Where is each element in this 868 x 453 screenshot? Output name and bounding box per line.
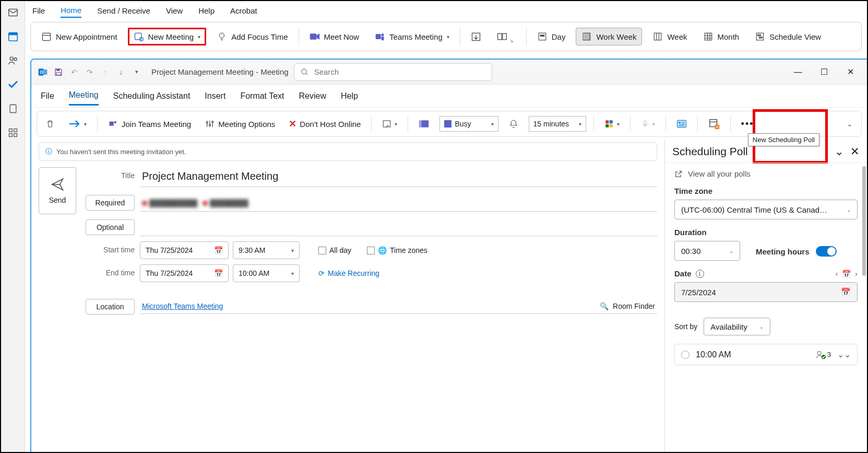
collapse-icon[interactable]: ⌄ bbox=[835, 145, 844, 158]
meeting-options-button[interactable]: Meeting Options bbox=[201, 117, 278, 131]
week-view-button[interactable]: Week bbox=[647, 28, 692, 45]
work-week-view-button[interactable]: Work Week bbox=[576, 28, 642, 45]
down-arrow-icon[interactable]: ↓ bbox=[116, 67, 126, 77]
next-days-button[interactable]: ↘ bbox=[492, 28, 521, 45]
day-view-button[interactable]: Day bbox=[532, 28, 571, 45]
room-finder-button[interactable]: 🔍Room Finder bbox=[600, 302, 655, 310]
menu-acrobat[interactable]: Acrobat bbox=[230, 4, 257, 17]
scrollbar[interactable] bbox=[862, 166, 866, 276]
immersive-reader-button[interactable] bbox=[673, 117, 690, 131]
mail-icon[interactable] bbox=[7, 6, 19, 19]
all-day-checkbox[interactable]: All day bbox=[318, 246, 351, 254]
join-teams-button[interactable]: Join Teams Meeting bbox=[105, 117, 194, 131]
location-value[interactable]: Microsoft Teams Meeting bbox=[142, 302, 223, 310]
today-button[interactable] bbox=[466, 28, 486, 45]
optional-button[interactable]: Optional bbox=[86, 219, 135, 235]
redo-icon[interactable]: ↷ bbox=[85, 67, 95, 77]
attendee-chip[interactable]: ██████████ bbox=[142, 199, 197, 207]
show-as-icon[interactable] bbox=[415, 118, 432, 130]
svg-rect-36 bbox=[758, 34, 761, 36]
people-icon[interactable] bbox=[7, 54, 19, 67]
start-time-picker[interactable]: 9:30 AM▾ bbox=[233, 241, 300, 259]
menu-file[interactable]: File bbox=[32, 4, 45, 17]
dictate-button[interactable]: ▾ bbox=[638, 117, 658, 131]
send-button[interactable]: Send bbox=[39, 167, 76, 214]
tab-meeting[interactable]: Meeting bbox=[69, 86, 99, 106]
month-view-button[interactable]: Month bbox=[698, 28, 745, 45]
menu-send-receive[interactable]: Send / Receive bbox=[97, 4, 150, 17]
todo-icon[interactable] bbox=[7, 78, 19, 91]
delete-button[interactable] bbox=[42, 117, 58, 131]
tab-format-text[interactable]: Format Text bbox=[240, 87, 284, 105]
tab-review[interactable]: Review bbox=[299, 87, 326, 105]
duration-select[interactable]: 00:30⌄ bbox=[674, 241, 740, 261]
expand-icon[interactable]: ⌄⌄ bbox=[837, 350, 851, 359]
forward-button[interactable]: ▾ bbox=[65, 118, 90, 130]
duration-label: Duration bbox=[674, 228, 740, 237]
join-teams-label: Join Teams Meeting bbox=[122, 120, 191, 129]
view-all-polls-link[interactable]: View all your polls bbox=[674, 169, 858, 178]
apps-icon[interactable] bbox=[7, 126, 19, 139]
save-icon[interactable] bbox=[53, 67, 64, 77]
time-slot[interactable]: 10:00 AM 3 ⌄⌄ bbox=[674, 344, 858, 365]
svg-point-53 bbox=[212, 121, 213, 123]
dont-host-label: Don't Host Online bbox=[300, 120, 361, 129]
add-focus-time-button[interactable]: Add Focus Time bbox=[211, 28, 293, 45]
customize-qat-icon[interactable]: ▾ bbox=[132, 67, 142, 77]
reminder-icon-button[interactable] bbox=[506, 117, 521, 131]
show-as-select[interactable]: Busy▾ bbox=[439, 116, 498, 132]
meet-now-button[interactable]: Meet Now bbox=[304, 28, 365, 45]
close-button[interactable]: ✕ bbox=[840, 64, 861, 80]
end-time-picker[interactable]: 10:00 AM▾ bbox=[233, 264, 300, 282]
radio-icon[interactable] bbox=[681, 351, 689, 359]
categorize-button[interactable]: ▾ bbox=[601, 117, 623, 131]
make-recurring-link[interactable]: ⟳Make Recurring bbox=[318, 269, 379, 277]
location-button[interactable]: Location bbox=[86, 299, 135, 315]
home-ribbon: New Appointment New Meeting ▾ Add Focus … bbox=[30, 22, 862, 51]
appointment-button[interactable]: ▾ bbox=[379, 117, 400, 131]
collapse-ribbon-button[interactable]: ⌄ bbox=[843, 118, 856, 130]
next-date-button[interactable]: › bbox=[855, 270, 858, 278]
reminder-select[interactable]: 15 minutes▾ bbox=[529, 116, 586, 132]
close-icon[interactable]: ✕ bbox=[850, 145, 860, 158]
undo-icon[interactable]: ↶ bbox=[69, 67, 79, 77]
menu-home[interactable]: Home bbox=[61, 4, 81, 18]
meeting-hours-toggle[interactable] bbox=[816, 246, 837, 257]
start-date-picker[interactable]: Thu 7/25/2024📅 bbox=[140, 241, 229, 259]
notes-icon[interactable] bbox=[7, 102, 19, 115]
more-button[interactable]: ••• bbox=[738, 117, 757, 132]
title-input[interactable]: Project Management Meeting bbox=[140, 167, 657, 187]
time-zones-checkbox[interactable]: 🌐Time zones bbox=[367, 246, 427, 254]
tz-select[interactable]: (UTC-06:00) Central Time (US & Canad…⌄ bbox=[674, 200, 858, 219]
up-arrow-icon[interactable]: ↑ bbox=[100, 67, 111, 77]
calendar-icon[interactable] bbox=[7, 30, 19, 43]
date-picker-icon[interactable]: 📅 bbox=[842, 270, 851, 278]
schedule-view-button[interactable]: Schedule View bbox=[750, 28, 826, 45]
attendee-chip[interactable]: ████████ bbox=[203, 199, 248, 207]
prev-date-button[interactable]: ‹ bbox=[836, 270, 838, 278]
search-box[interactable] bbox=[294, 63, 492, 81]
info-icon[interactable]: i bbox=[696, 270, 704, 278]
tab-scheduling-assistant[interactable]: Scheduling Assistant bbox=[113, 87, 191, 105]
new-meeting-button[interactable]: New Meeting ▾ bbox=[128, 28, 207, 45]
poll-date-input[interactable]: 7/25/2024📅 bbox=[674, 282, 858, 302]
search-input[interactable] bbox=[314, 67, 485, 76]
teams-meeting-button[interactable]: Teams Meeting ▾ bbox=[370, 28, 455, 45]
menu-help[interactable]: Help bbox=[198, 4, 215, 17]
optional-field[interactable] bbox=[140, 219, 657, 236]
end-date-picker[interactable]: Thu 7/25/2024📅 bbox=[140, 264, 229, 282]
busy-swatch bbox=[444, 120, 451, 127]
maximize-button[interactable]: ☐ bbox=[814, 64, 835, 80]
menu-view[interactable]: View bbox=[166, 4, 183, 17]
minimize-button[interactable]: — bbox=[788, 64, 808, 80]
svg-rect-62 bbox=[677, 120, 686, 127]
dont-host-online-button[interactable]: ✕Don't Host Online bbox=[286, 116, 364, 132]
tab-help[interactable]: Help bbox=[341, 87, 358, 105]
tab-insert[interactable]: Insert bbox=[205, 87, 225, 105]
sort-select[interactable]: Availability⌄ bbox=[704, 318, 770, 335]
scheduling-poll-button[interactable] bbox=[705, 116, 723, 132]
required-field[interactable]: ██████████ ████████ bbox=[140, 195, 657, 212]
required-button[interactable]: Required bbox=[86, 195, 135, 211]
tab-file[interactable]: File bbox=[41, 87, 54, 105]
new-appointment-button[interactable]: New Appointment bbox=[36, 28, 123, 45]
